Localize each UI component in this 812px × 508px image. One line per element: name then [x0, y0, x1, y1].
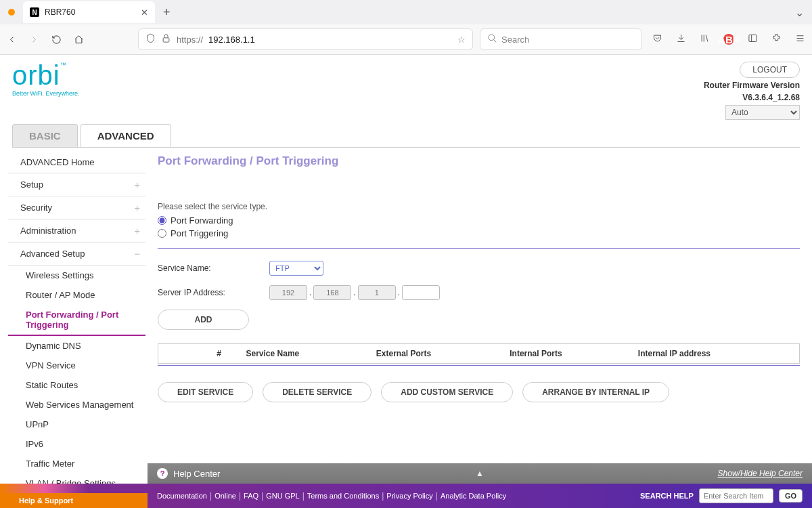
- col-external-ports: External Ports: [369, 344, 503, 364]
- add-custom-service-button[interactable]: ADD CUSTOM SERVICE: [381, 382, 513, 402]
- ip-octet-2: [313, 285, 351, 300]
- browser-chrome: N RBR760 ✕ + ⌄ https://192.168.1.1 ☆ Sea…: [0, 0, 812, 55]
- footer: Help & Support Documentation| Online| FA…: [0, 484, 812, 508]
- tab-strip: N RBR760 ✕ + ⌄: [0, 0, 812, 24]
- browser-tab[interactable]: N RBR760 ✕: [23, 1, 155, 23]
- sidebar-sub-wireless[interactable]: Wireless Settings: [8, 266, 145, 285]
- content: Port Forwarding / Port Triggering Please…: [145, 148, 812, 508]
- main-tabs: BASIC ADVANCED: [12, 124, 800, 148]
- ip-octet-4[interactable]: [402, 285, 440, 300]
- sidebar: ADVANCED Home Setup+ Security+ Administr…: [0, 148, 145, 508]
- sidebar-item-administration[interactable]: Administration+: [8, 219, 145, 242]
- sidebar-item-security[interactable]: Security+: [8, 196, 145, 219]
- sidebar-item-advanced-setup[interactable]: Advanced Setup−: [8, 242, 145, 266]
- footer-link-faq[interactable]: FAQ: [244, 492, 258, 500]
- plus-icon: +: [134, 202, 140, 213]
- firmware-version: V6.3.6.4_1.2.68: [742, 93, 800, 102]
- extensions-icon[interactable]: [771, 33, 782, 45]
- reload-button[interactable]: [51, 35, 62, 45]
- close-icon[interactable]: ✕: [141, 7, 148, 18]
- search-help-label: SEARCH HELP: [640, 492, 694, 500]
- footer-link-privacy[interactable]: Privacy Policy: [386, 492, 432, 500]
- service-name-select[interactable]: FTP: [269, 261, 323, 276]
- col-internal-ip: Internal IP address: [631, 344, 800, 364]
- col-number: #: [199, 344, 240, 364]
- footer-link-online[interactable]: Online: [215, 492, 236, 500]
- help-support-label: Help & Support: [0, 493, 148, 508]
- downloads-icon[interactable]: [676, 33, 686, 45]
- language-select[interactable]: Auto: [725, 105, 800, 120]
- search-help-input[interactable]: [699, 488, 773, 503]
- sidebar-sub-ddns[interactable]: Dynamic DNS: [8, 336, 145, 356]
- sidebar-sub-upnp[interactable]: UPnP: [8, 415, 145, 434]
- home-button[interactable]: [74, 35, 84, 45]
- radio-port-triggering[interactable]: Port Triggering: [158, 228, 800, 238]
- browser-search[interactable]: Search: [480, 28, 642, 50]
- server-ip-label: Server IP Address:: [158, 288, 269, 297]
- sidebar-sub-vpn[interactable]: VPN Service: [8, 356, 145, 375]
- delete-service-button[interactable]: DELETE SERVICE: [263, 382, 371, 402]
- go-button[interactable]: GO: [779, 489, 803, 503]
- pocket-icon[interactable]: [652, 33, 662, 45]
- edit-service-button[interactable]: EDIT SERVICE: [158, 382, 253, 402]
- help-center-title: Help Center: [173, 469, 220, 479]
- footer-link-gpl[interactable]: GNU GPL: [266, 492, 300, 500]
- firmware-label: Router Firmware Version: [704, 81, 800, 90]
- sidebar-sub-traffic-meter[interactable]: Traffic Meter: [8, 454, 145, 473]
- tab-advanced[interactable]: ADVANCED: [81, 124, 171, 147]
- sidebar-sub-web-services[interactable]: Web Services Management: [8, 395, 145, 415]
- service-table: # Service Name External Ports Internal P…: [158, 343, 800, 364]
- service-name-label: Service Name:: [158, 263, 269, 273]
- col-select: [158, 344, 199, 364]
- divider: [158, 365, 800, 366]
- firefox-icon: [8, 9, 15, 16]
- bookmark-icon[interactable]: ☆: [457, 35, 466, 45]
- page-header: orbi™ Better WiFi. Everywhere. LOGOUT Ro…: [0, 55, 812, 120]
- footer-link-documentation[interactable]: Documentation: [157, 492, 207, 500]
- sidebar-sub-ipv6[interactable]: IPv6: [8, 434, 145, 454]
- plus-icon: +: [134, 225, 140, 236]
- library-icon[interactable]: [700, 33, 710, 45]
- instruction-text: Please select the service type.: [158, 202, 800, 211]
- new-tab-button[interactable]: +: [158, 5, 176, 20]
- add-button[interactable]: ADD: [158, 310, 249, 330]
- svg-rect-2: [749, 35, 757, 42]
- ip-octet-3: [358, 285, 396, 300]
- footer-link-analytics[interactable]: Analytic Data Policy: [441, 492, 506, 500]
- ip-octet-1: [269, 285, 307, 300]
- url-scheme: https://: [177, 35, 203, 45]
- minus-icon: −: [134, 248, 140, 259]
- logo-text: orbi: [12, 60, 60, 90]
- help-center-bar[interactable]: ? Help Center ▲ Show/Hide Help Center: [148, 463, 812, 484]
- radio-port-forwarding[interactable]: Port Forwarding: [158, 215, 800, 226]
- footer-link-terms[interactable]: Terms and Conditions: [307, 492, 379, 500]
- url-bar[interactable]: https://192.168.1.1 ☆: [138, 28, 473, 50]
- sidebar-item-setup[interactable]: Setup+: [8, 173, 145, 196]
- arrange-by-ip-button[interactable]: ARRANGE BY INTERNAL IP: [522, 382, 669, 402]
- menu-icon[interactable]: [795, 33, 805, 45]
- tab-basic[interactable]: BASIC: [12, 124, 78, 147]
- adblock-icon[interactable]: ABP: [723, 34, 734, 45]
- back-button[interactable]: [7, 35, 17, 45]
- svg-point-1: [489, 35, 495, 41]
- tab-title: RBR760: [45, 7, 135, 17]
- chevron-up-icon[interactable]: ▲: [476, 469, 484, 478]
- sidebar-item-advanced-home[interactable]: ADVANCED Home: [8, 152, 145, 173]
- chevron-down-icon[interactable]: ⌄: [795, 6, 804, 19]
- search-icon: [487, 33, 497, 45]
- search-placeholder: Search: [501, 35, 529, 45]
- help-center-toggle[interactable]: Show/Hide Help Center: [718, 469, 803, 478]
- divider: [158, 248, 800, 249]
- page-title: Port Forwarding / Port Triggering: [158, 154, 800, 168]
- sidebar-sub-port-forwarding[interactable]: Port Forwarding / Port Triggering: [8, 305, 145, 336]
- svg-rect-0: [163, 38, 169, 42]
- url-host: 192.168.1.1: [208, 35, 255, 45]
- logout-button[interactable]: LOGOUT: [740, 62, 800, 78]
- sidebar-sub-router-ap[interactable]: Router / AP Mode: [8, 285, 145, 305]
- logo-tagline: Better WiFi. Everywhere.: [12, 90, 80, 97]
- browser-toolbar: https://192.168.1.1 ☆ Search ABP: [0, 24, 812, 54]
- col-service-name: Service Name: [240, 344, 369, 364]
- sidebar-sub-static-routes[interactable]: Static Routes: [8, 375, 145, 395]
- forward-button[interactable]: [29, 35, 39, 45]
- sidebar-icon[interactable]: [748, 33, 758, 45]
